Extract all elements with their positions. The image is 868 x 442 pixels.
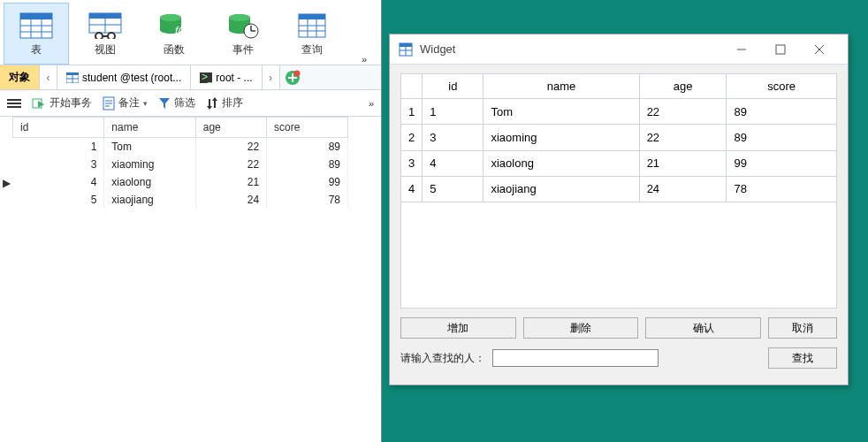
cell-name[interactable]: xiaolong xyxy=(104,173,195,191)
qt-widget-window: Widget id name age score 11Tom228923xiao… xyxy=(389,34,849,385)
cell-score[interactable]: 89 xyxy=(727,125,837,150)
terminal-mini-icon: >_ xyxy=(200,72,212,83)
col-header-id[interactable]: id xyxy=(13,118,104,138)
cell-id[interactable]: 1 xyxy=(423,99,483,125)
qt-button-row: 增加 删除 确认 取消 xyxy=(400,317,837,339)
cell-age[interactable]: 22 xyxy=(639,125,727,150)
row-header[interactable]: 4 xyxy=(401,176,423,202)
close-button[interactable] xyxy=(800,36,839,63)
cell-score[interactable]: 78 xyxy=(727,176,837,202)
ribbon-label: 查询 xyxy=(301,42,323,57)
maximize-button[interactable] xyxy=(761,36,800,63)
toolbar-label: 备注 xyxy=(118,95,140,110)
col-header-score[interactable]: score xyxy=(267,118,348,138)
tab-add-button[interactable] xyxy=(280,65,305,89)
qt-col-header-score[interactable]: score xyxy=(727,74,837,99)
sort-icon xyxy=(206,97,218,110)
cancel-button[interactable]: 取消 xyxy=(768,317,837,339)
row-header[interactable]: 1 xyxy=(401,99,423,125)
cell-age[interactable]: 24 xyxy=(195,191,266,209)
table-row[interactable]: 23xiaoming2289 xyxy=(401,125,837,150)
table-row[interactable]: 11Tom2289 xyxy=(401,99,837,125)
cell-name[interactable]: xiaojiang xyxy=(104,191,195,209)
tab-objects[interactable]: 对象 xyxy=(0,65,40,89)
table-row[interactable]: 45xiaojiang2478 xyxy=(401,176,837,202)
cell-id[interactable]: 4 xyxy=(423,150,483,176)
col-header-name[interactable]: name xyxy=(104,118,195,138)
cell-score[interactable]: 78 xyxy=(267,191,348,209)
cell-age[interactable]: 21 xyxy=(195,173,266,191)
toolbar-overflow[interactable]: » xyxy=(369,98,374,109)
table-row[interactable]: 5xiaojiang2478 xyxy=(13,191,348,209)
qt-data-table[interactable]: id name age score 11Tom228923xiaoming228… xyxy=(400,73,837,309)
cell-name[interactable]: Tom xyxy=(483,99,639,125)
menu-button[interactable] xyxy=(7,98,21,109)
tab-student[interactable]: student @test (root... xyxy=(57,65,191,89)
cell-name[interactable]: xiaolong xyxy=(483,150,639,176)
tab-label: student @test (root... xyxy=(82,72,181,84)
ribbon-overflow[interactable]: » xyxy=(362,49,377,65)
cell-id[interactable]: 3 xyxy=(13,156,104,173)
cell-id[interactable]: 1 xyxy=(13,138,104,156)
cell-id[interactable]: 5 xyxy=(423,176,483,202)
cell-name[interactable]: xiaojiang xyxy=(483,176,639,202)
svg-point-17 xyxy=(229,14,250,21)
table-row[interactable]: 34xiaolong2199 xyxy=(401,150,837,176)
search-input[interactable] xyxy=(492,349,659,367)
begin-transaction-button[interactable]: 开始事务 xyxy=(32,95,92,110)
qt-col-header-name[interactable]: name xyxy=(483,74,639,99)
table-icon xyxy=(19,11,53,41)
remark-button[interactable]: 备注 ▾ xyxy=(103,95,148,110)
cell-name[interactable]: xiaoming xyxy=(483,125,639,150)
window-titlebar[interactable]: Widget xyxy=(390,34,848,65)
row-header[interactable]: 3 xyxy=(401,150,423,176)
cell-age[interactable]: 24 xyxy=(639,176,727,202)
ribbon-item-table[interactable]: 表 xyxy=(4,3,69,65)
cell-age[interactable]: 21 xyxy=(639,150,727,176)
add-button[interactable]: 增加 xyxy=(400,317,516,339)
tab-root[interactable]: >_ root - ... xyxy=(191,65,262,89)
cell-score[interactable]: 89 xyxy=(727,99,837,125)
ribbon-item-event[interactable]: 事件 xyxy=(210,3,276,65)
cell-age[interactable]: 22 xyxy=(639,99,727,125)
play-db-icon xyxy=(32,96,46,110)
cell-age[interactable]: 22 xyxy=(195,156,266,173)
row-header[interactable]: 2 xyxy=(401,125,423,150)
filter-button[interactable]: 筛选 xyxy=(158,95,195,110)
cell-score[interactable]: 99 xyxy=(727,150,837,176)
cell-id[interactable]: 5 xyxy=(13,191,104,209)
cell-score[interactable]: 99 xyxy=(267,173,348,191)
ribbon-label: 函数 xyxy=(164,42,185,57)
qt-col-header-age[interactable]: age xyxy=(639,74,727,99)
query-icon xyxy=(295,11,329,41)
search-button[interactable]: 查找 xyxy=(768,347,837,369)
qt-col-header-id[interactable]: id xyxy=(423,74,483,99)
cell-score[interactable]: 89 xyxy=(267,138,348,156)
tab-nav-next[interactable]: › xyxy=(263,65,280,89)
search-label: 请输入查找的人： xyxy=(400,351,485,366)
table-row[interactable]: 3xiaoming2289 xyxy=(13,156,348,173)
cell-age[interactable]: 22 xyxy=(195,138,266,156)
cell-id[interactable]: 3 xyxy=(423,125,483,150)
event-icon xyxy=(226,11,260,41)
cell-name[interactable]: Tom xyxy=(104,138,195,156)
ribbon-item-query[interactable]: 查询 xyxy=(279,3,345,65)
current-row-marker: ▶ xyxy=(0,177,12,189)
delete-button[interactable]: 删除 xyxy=(523,317,639,339)
minimize-button[interactable] xyxy=(722,36,761,63)
table-row[interactable]: 1Tom2289 xyxy=(13,138,348,156)
cell-score[interactable]: 89 xyxy=(267,156,348,173)
svg-point-11 xyxy=(108,33,115,39)
tab-nav-prev[interactable]: ‹ xyxy=(40,65,57,89)
toolbar-label: 筛选 xyxy=(174,95,195,110)
col-header-age[interactable]: age xyxy=(195,118,266,138)
sort-button[interactable]: 排序 xyxy=(206,95,243,110)
svg-rect-22 xyxy=(299,14,325,19)
cell-id[interactable]: 4 xyxy=(13,173,104,191)
ribbon-item-function[interactable]: f(x) 函数 xyxy=(141,3,207,65)
ribbon-item-view[interactable]: 视图 xyxy=(72,3,138,65)
blank-area xyxy=(401,202,837,309)
ok-button[interactable]: 确认 xyxy=(645,317,761,339)
cell-name[interactable]: xiaoming xyxy=(104,156,195,173)
table-row[interactable]: 4xiaolong2199 xyxy=(13,173,348,191)
